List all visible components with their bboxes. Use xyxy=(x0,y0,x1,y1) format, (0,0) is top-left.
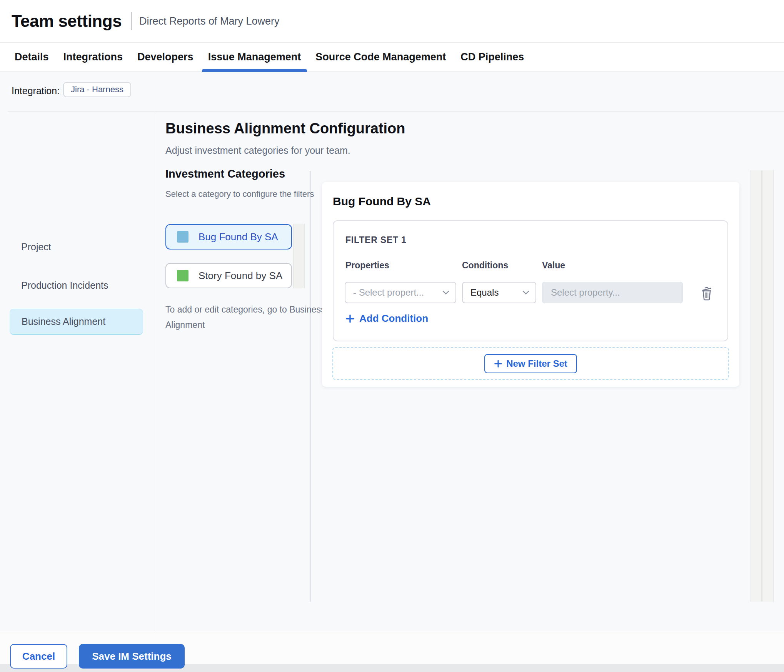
content-area: Project Production Incidents Business Al… xyxy=(0,112,784,631)
panel-divider xyxy=(310,171,310,602)
trash-icon xyxy=(700,286,713,301)
tab-integrations[interactable]: Integrations xyxy=(63,43,123,72)
sidebar-divider xyxy=(154,112,154,631)
page-header: Team settings Direct Reports of Mary Low… xyxy=(0,0,784,43)
page-title: Team settings xyxy=(12,12,122,31)
value-input[interactable] xyxy=(542,282,683,303)
new-filter-set-dropzone: New Filter Set xyxy=(332,347,729,380)
active-tab-underline xyxy=(202,69,307,72)
add-condition-button[interactable]: Add Condition xyxy=(345,313,428,324)
tab-source-code-management[interactable]: Source Code Management xyxy=(315,43,446,72)
category-button-bug-found-by-sa[interactable]: Bug Found By SA xyxy=(165,224,292,250)
outer-vertical-scrollbar[interactable] xyxy=(751,170,762,602)
category-button-story-found-by-sa[interactable]: Story Found by SA xyxy=(165,263,292,288)
category-config-card: Bug Found By SA FILTER SET 1 Properties … xyxy=(322,182,739,387)
column-label-conditions: Conditions xyxy=(462,260,508,271)
chevron-down-icon xyxy=(442,290,449,295)
tab-issue-management-label: Issue Management xyxy=(208,51,301,63)
sidebar-item-production-incidents-label: Production Incidents xyxy=(21,280,108,291)
conditions-select-value: Equals xyxy=(470,287,499,298)
tab-details[interactable]: Details xyxy=(15,43,49,72)
integration-chip[interactable]: Jira - Harness xyxy=(63,82,131,97)
column-label-value: Value xyxy=(542,260,565,271)
tab-cd-pipelines[interactable]: CD Pipelines xyxy=(460,43,524,72)
investment-categories-description: Select a category to configure the filte… xyxy=(165,187,319,201)
tab-bar: Details Integrations Developers Issue Ma… xyxy=(0,43,784,72)
tab-integrations-label: Integrations xyxy=(63,51,123,63)
story-category-swatch xyxy=(177,270,188,281)
tab-issue-management[interactable]: Issue Management xyxy=(208,43,301,72)
bug-category-swatch xyxy=(177,231,188,243)
sidebar-item-project[interactable]: Project xyxy=(10,234,143,260)
story-category-label: Story Found by SA xyxy=(199,270,282,282)
filter-set-card: FILTER SET 1 Properties Conditions Value… xyxy=(333,220,728,341)
sidebar-item-business-alignment[interactable]: Business Alignment xyxy=(10,309,143,335)
section-heading: Business Alignment Configuration xyxy=(165,120,405,137)
integration-label: Integration: xyxy=(12,85,60,96)
team-settings-page: Team settings Direct Reports of Mary Low… xyxy=(0,0,784,672)
page-subtitle: Direct Reports of Mary Lowery xyxy=(139,15,280,27)
new-filter-set-label: New Filter Set xyxy=(506,358,567,369)
new-filter-set-button[interactable]: New Filter Set xyxy=(484,354,577,373)
conditions-select[interactable]: Equals xyxy=(462,282,536,303)
category-list-scrollbar[interactable] xyxy=(293,224,305,288)
sidebar-item-production-incidents[interactable]: Production Incidents xyxy=(10,272,143,298)
tab-developers-label: Developers xyxy=(137,51,193,63)
cancel-button[interactable]: Cancel xyxy=(10,644,67,669)
properties-select-placeholder: - Select propert... xyxy=(353,287,424,298)
config-card-title: Bug Found By SA xyxy=(333,195,431,208)
inner-vertical-scrollbar[interactable] xyxy=(762,170,774,602)
section-subheading: Adjust investment categories for your te… xyxy=(165,145,350,156)
tab-developers[interactable]: Developers xyxy=(137,43,193,72)
title-separator xyxy=(131,12,132,30)
filter-set-title: FILTER SET 1 xyxy=(345,235,407,245)
footer-action-bar: Cancel Save IM Settings xyxy=(0,631,784,672)
sidebar-item-project-label: Project xyxy=(21,241,51,253)
tab-details-label: Details xyxy=(15,51,49,63)
bug-category-label: Bug Found By SA xyxy=(199,231,278,243)
integration-row: Integration: Jira - Harness xyxy=(0,72,784,112)
delete-condition-button[interactable] xyxy=(699,286,714,301)
sidebar-item-business-alignment-label: Business Alignment xyxy=(22,316,105,327)
add-condition-label: Add Condition xyxy=(359,313,428,324)
investment-categories-heading: Investment Categories xyxy=(165,168,285,180)
column-label-properties: Properties xyxy=(345,260,389,271)
tab-cd-pipelines-label: CD Pipelines xyxy=(460,51,524,63)
save-im-settings-button[interactable]: Save IM Settings xyxy=(79,644,185,669)
properties-select[interactable]: - Select propert... xyxy=(345,282,456,303)
tab-source-code-management-label: Source Code Management xyxy=(315,51,446,63)
plus-icon xyxy=(345,314,355,323)
categories-note: To add or edit categories, go to Busines… xyxy=(165,302,327,333)
chevron-down-icon xyxy=(522,290,529,295)
plus-icon xyxy=(494,359,502,368)
integration-chip-label: Jira - Harness xyxy=(71,85,123,95)
